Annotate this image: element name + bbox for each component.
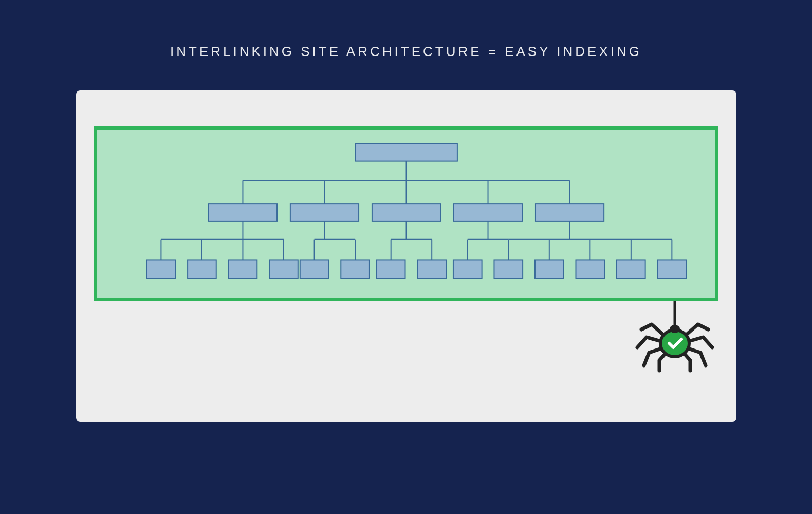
category-node [208, 204, 276, 221]
diagram-panel [76, 90, 736, 422]
leaf-node [188, 260, 216, 278]
category-node [453, 204, 522, 221]
leaf-node [617, 260, 645, 278]
root-node [355, 144, 457, 161]
leaf-node [657, 260, 686, 278]
sitemap-tree [97, 130, 715, 298]
category-node [372, 204, 440, 221]
diagram-title: INTERLINKING SITE ARCHITECTURE = EASY IN… [0, 0, 812, 90]
leaf-node [417, 260, 446, 278]
leaf-node [146, 260, 175, 278]
leaf-node [376, 260, 405, 278]
category-node [535, 204, 603, 221]
sitemap-frame [94, 126, 718, 301]
svg-point-33 [660, 330, 689, 357]
leaf-node [453, 260, 482, 278]
leaf-node [341, 260, 370, 278]
crawler-spider-icon [631, 301, 718, 375]
leaf-node [300, 260, 328, 278]
leaf-node [534, 260, 563, 278]
leaf-node [576, 260, 604, 278]
svg-point-34 [670, 325, 680, 333]
leaf-node [269, 260, 298, 278]
leaf-node [228, 260, 257, 278]
category-node [290, 204, 358, 221]
leaf-node [494, 260, 523, 278]
